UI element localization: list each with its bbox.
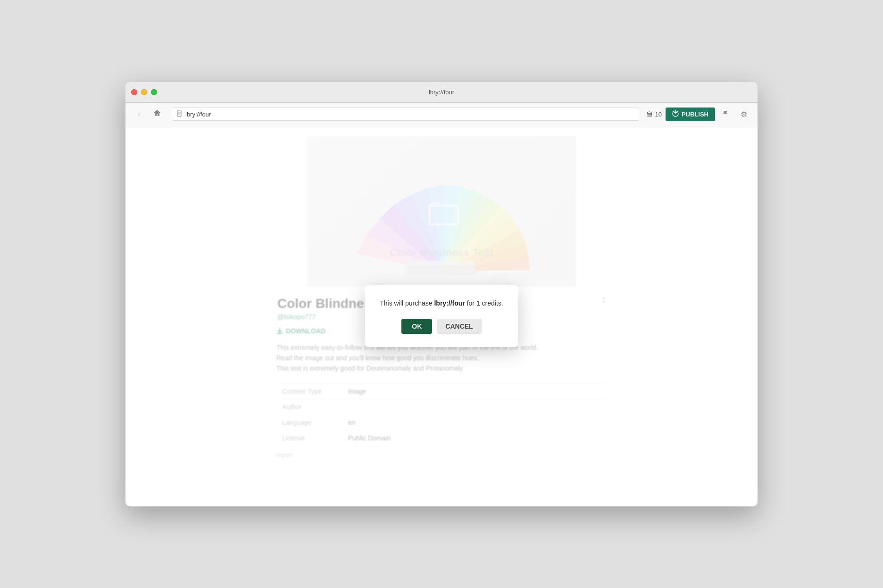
toolbar: ‹ lbry://four 🏛 10 (125, 103, 758, 126)
flag-icon (723, 110, 729, 118)
back-icon: ‹ (138, 110, 140, 118)
modal-message: This will purchase lbry://four for 1 cre… (380, 298, 503, 308)
modal-message-bold: lbry://four (434, 299, 465, 307)
credits-icon: 🏛 (647, 111, 653, 118)
publish-button[interactable]: PUBLISH (666, 108, 715, 121)
page-icon (177, 110, 183, 118)
modal-overlay: This will purchase lbry://four for 1 cre… (125, 126, 758, 506)
address-text: lbry://four (185, 111, 211, 118)
home-button[interactable] (150, 107, 164, 121)
settings-icon: ⚙ (741, 110, 747, 119)
modal-message-suffix: for 1 credits. (465, 299, 503, 307)
back-button[interactable]: ‹ (132, 107, 146, 121)
settings-button[interactable]: ⚙ (737, 107, 751, 121)
ok-button[interactable]: OK (401, 319, 432, 334)
titlebar: lbry://four (125, 82, 758, 103)
main-content[interactable]: Color Blindness Test Color Blindness Tes… (125, 126, 758, 506)
publish-label: PUBLISH (682, 111, 708, 118)
cancel-button[interactable]: CANCEL (437, 319, 481, 334)
traffic-lights (131, 89, 157, 95)
modal-message-prefix: This will purchase (380, 299, 434, 307)
window-title: lbry://four (429, 89, 454, 96)
close-button[interactable] (131, 89, 137, 95)
credits-count: 10 (655, 111, 661, 118)
minimize-button[interactable] (141, 89, 147, 95)
modal-buttons: OK CANCEL (380, 319, 503, 334)
toolbar-right: 🏛 10 PUBLISH ⚙ (647, 107, 751, 121)
publish-icon (672, 110, 679, 118)
maximize-button[interactable] (151, 89, 157, 95)
app-window: lbry://four ‹ lbry://four (125, 82, 758, 506)
credits-display: 🏛 10 (647, 111, 661, 118)
home-icon (153, 109, 161, 119)
modal-dialog: This will purchase lbry://four for 1 cre… (365, 285, 518, 347)
address-bar[interactable]: lbry://four (172, 108, 639, 121)
flag-button[interactable] (719, 107, 733, 121)
